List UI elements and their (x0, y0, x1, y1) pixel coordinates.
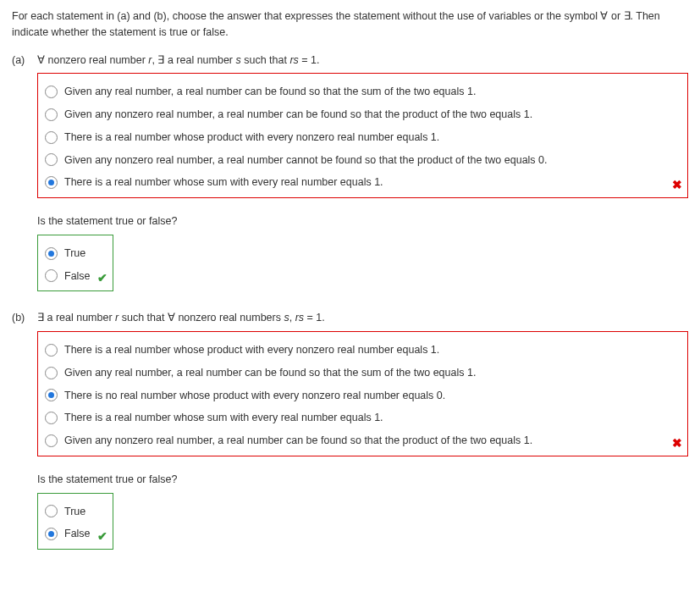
part-b-label: (b) (12, 310, 37, 326)
radio-icon (45, 108, 58, 121)
part-b-tf-true[interactable]: True (45, 501, 106, 523)
radio-icon (45, 505, 58, 517)
part-a-tf-box: True False ✔ (37, 235, 113, 292)
option-label: Given any real number, a real number can… (64, 365, 476, 381)
part-b-options-box: There is a real number whose product wit… (37, 331, 688, 456)
tf-prompt-b: Is the statement true or false? (37, 472, 688, 488)
radio-icon (45, 247, 58, 260)
tf-label-true: True (64, 246, 85, 262)
incorrect-icon: ✖ (672, 434, 682, 452)
part-b-option-0[interactable]: There is a real number whose product wit… (45, 339, 681, 362)
tf-prompt-a: Is the statement true or false? (37, 213, 688, 230)
radio-icon (45, 344, 58, 357)
radio-icon (45, 131, 58, 144)
radio-icon (45, 367, 58, 379)
radio-icon (45, 389, 58, 401)
part-a-option-2[interactable]: There is a real number whose product wit… (45, 126, 681, 149)
option-label: Given any nonzero real number, a real nu… (64, 107, 532, 123)
part-b-option-3[interactable]: There is a real number whose sum with ev… (45, 407, 681, 429)
tf-label-false: False (64, 268, 91, 285)
correct-icon: ✔ (97, 528, 107, 545)
part-b-statement: ∃ a real number r such that ∀ nonzero re… (37, 310, 688, 326)
option-label: There is a real number whose sum with ev… (64, 174, 383, 191)
part-a-option-1[interactable]: Given any nonzero real number, a real nu… (45, 103, 681, 126)
part-a-statement: ∀ nonzero real number r, ∃ a real number… (37, 53, 688, 69)
radio-icon (45, 176, 58, 189)
part-b-option-4[interactable]: Given any nonzero real number, a real nu… (45, 429, 681, 452)
part-a-options-box: Given any real number, a real number can… (37, 73, 688, 198)
incorrect-icon: ✖ (672, 176, 682, 194)
instructions-text: For each statement in (a) and (b), choos… (12, 8, 688, 41)
radio-icon (45, 434, 58, 447)
part-a-option-4[interactable]: There is a real number whose sum with ev… (45, 171, 681, 194)
tf-label-false: False (64, 526, 91, 542)
part-a: (a) ∀ nonzero real number r, ∃ a real nu… (12, 53, 688, 292)
tf-label-true: True (64, 504, 85, 520)
option-label: Given any real number, a real number can… (64, 84, 476, 100)
option-label: There is a real number whose product wit… (64, 130, 439, 146)
correct-icon: ✔ (97, 269, 107, 287)
part-b: (b) ∃ a real number r such that ∀ nonzer… (12, 310, 688, 550)
option-label: Given any nonzero real number, a real nu… (64, 152, 548, 169)
part-a-tf-true[interactable]: True (45, 242, 106, 265)
option-label: Given any nonzero real number, a real nu… (64, 433, 532, 449)
radio-icon (45, 412, 58, 424)
radio-icon (45, 528, 58, 540)
part-b-option-1[interactable]: Given any real number, a real number can… (45, 362, 681, 384)
option-label: There is a real number whose sum with ev… (64, 410, 383, 426)
radio-icon (45, 86, 58, 98)
part-a-option-0[interactable]: Given any real number, a real number can… (45, 80, 681, 103)
radio-icon (45, 153, 58, 166)
part-b-option-2[interactable]: There is no real number whose product wi… (45, 384, 681, 407)
radio-icon (45, 269, 58, 282)
part-b-tf-box: True False ✔ (37, 493, 113, 550)
option-label: There is no real number whose product wi… (64, 388, 445, 404)
part-a-option-3[interactable]: Given any nonzero real number, a real nu… (45, 149, 681, 172)
part-a-label: (a) (12, 53, 37, 69)
option-label: There is a real number whose product wit… (64, 342, 439, 358)
